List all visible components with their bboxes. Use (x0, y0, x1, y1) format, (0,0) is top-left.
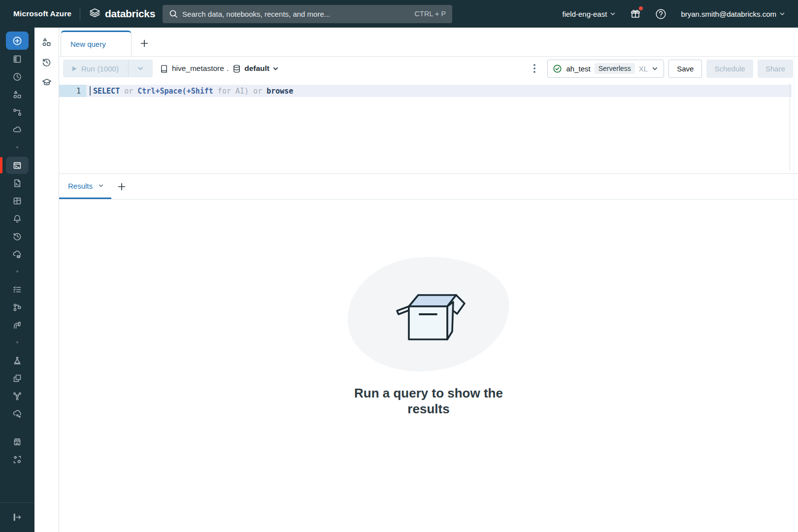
databricks-logo-icon (89, 8, 101, 20)
databricks-wordmark: databricks (105, 8, 155, 20)
sidebar-item-alerts[interactable] (6, 210, 29, 227)
search-input[interactable] (182, 10, 414, 18)
editor-cursor (90, 86, 91, 96)
collapse-sidebar-icon (12, 512, 22, 522)
catalog-name: hive_metastore (172, 64, 224, 73)
chevron-down-icon (779, 11, 785, 17)
plus-icon (117, 182, 126, 191)
sidebar-item-partner-connect[interactable] (6, 451, 29, 468)
code-token: or (249, 87, 266, 96)
chevron-down-icon (610, 11, 616, 17)
code-token: or (120, 87, 137, 96)
chevron-down-icon (652, 66, 658, 72)
tab-results[interactable]: Results (59, 174, 111, 199)
sidebar-item-dashboards[interactable] (6, 192, 29, 209)
plus-icon (140, 39, 149, 48)
catalog-schema-separator: . (227, 64, 229, 73)
warehouse-type-badge: Serverless (595, 63, 635, 74)
sidebar-item-queries[interactable] (6, 174, 29, 192)
chevron-down-icon (98, 183, 104, 189)
sidebar-item-sql-editor[interactable] (6, 157, 29, 174)
jobs-icon (12, 302, 22, 312)
sidebar-item-query-history[interactable] (6, 228, 29, 245)
features-icon (12, 391, 22, 401)
models-icon (12, 373, 22, 383)
user-menu[interactable]: bryan.smith@databricks.com (681, 10, 785, 18)
catalog-schema-selector[interactable]: hive_metastore . default (160, 64, 279, 73)
user-email: bryan.smith@databricks.com (681, 10, 776, 18)
global-search[interactable]: CTRL + P (163, 5, 452, 23)
schema-name: default (244, 64, 269, 73)
search-shortcut: CTRL + P (415, 10, 446, 18)
compute-icon (12, 125, 22, 135)
whats-new-button[interactable] (630, 8, 641, 19)
sql-warehouses-icon (12, 249, 22, 259)
sql-editor-area[interactable]: 1 SELECT or Ctrl+Space(+Shift for AI) or… (59, 80, 798, 174)
sidebar-item-sql-warehouses[interactable] (6, 245, 29, 263)
warehouse-size: XL (639, 65, 648, 73)
new-button[interactable] (6, 32, 29, 50)
workflows-icon (12, 107, 22, 117)
rail-item-education[interactable] (38, 74, 55, 90)
sidebar-item-jobs[interactable] (6, 299, 29, 316)
sidebar-item-pipelines[interactable] (6, 316, 29, 333)
alerts-icon (12, 214, 22, 224)
share-button[interactable]: Share (758, 60, 793, 78)
sidebar-item-workflows[interactable] (6, 103, 29, 121)
schedule-button[interactable]: Schedule (706, 60, 753, 78)
more-options-button[interactable] (529, 61, 540, 76)
notification-dot (639, 6, 643, 10)
tab-label: New query (70, 40, 106, 48)
schema-browser-icon (41, 37, 52, 47)
rail-item-history[interactable] (38, 54, 55, 70)
sidebar-item-models[interactable] (6, 369, 29, 387)
query-history-icon (12, 232, 22, 241)
partner-connect-icon (12, 455, 22, 465)
sidebar-item-recents[interactable] (6, 68, 29, 85)
run-options-button[interactable] (129, 60, 153, 77)
editor-line-content: SELECT or Ctrl+Space(+Shift for AI) or b… (86, 85, 792, 97)
query-tab-bar: New query (59, 28, 798, 57)
experiments-icon (12, 356, 22, 366)
databricks-brand[interactable]: databricks (89, 8, 155, 20)
sidebar-item-compute[interactable] (6, 121, 29, 138)
pipelines-icon (12, 320, 22, 330)
sidebar-item-workspace[interactable] (6, 50, 29, 67)
warehouse-selector[interactable]: ah_test Serverless XL (547, 60, 664, 78)
query-toolbar: Run (1000) hive_metastore . default (59, 57, 798, 80)
save-button[interactable]: Save (668, 60, 702, 78)
sidebar-item-marketplace[interactable] (6, 433, 29, 450)
browse-link[interactable]: browse (266, 87, 293, 96)
new-tab-button[interactable] (140, 31, 149, 56)
warehouse-name: ah_test (566, 65, 590, 73)
catalog-icon (12, 90, 22, 100)
catalog-book-icon (160, 64, 169, 73)
sidebar-item-catalog[interactable] (6, 86, 29, 103)
help-icon (655, 8, 666, 20)
sidebar-item-features[interactable] (6, 387, 29, 404)
search-icon (169, 9, 178, 18)
help-button[interactable] (655, 8, 666, 20)
job-runs-icon (12, 285, 22, 295)
top-bar: Microsoft Azure databricks CTRL + P fiel… (0, 0, 798, 28)
workspace-icon (12, 54, 22, 64)
sidebar-separator-dot (16, 270, 18, 272)
sidebar-separator-dot (16, 146, 18, 148)
sidebar-item-experiments[interactable] (6, 352, 29, 369)
editor-rail (34, 28, 59, 532)
sidebar-item-job-runs[interactable] (6, 281, 29, 298)
editor-line-1[interactable]: 1 SELECT or Ctrl+Space(+Shift for AI) or… (59, 85, 798, 97)
workspace-selector[interactable]: field-eng-east (562, 10, 616, 18)
run-button[interactable]: Run (1000) (63, 60, 128, 77)
check-circle-icon (553, 64, 562, 73)
sidebar-item-serving[interactable] (6, 405, 29, 422)
run-label: Run (81, 65, 95, 73)
main-sidebar (0, 28, 34, 532)
add-results-tab-button[interactable] (117, 174, 126, 199)
rail-item-schema-browser[interactable] (38, 34, 55, 50)
serving-icon (12, 409, 22, 419)
chevron-down-icon (137, 65, 144, 72)
collapse-sidebar-button[interactable] (6, 508, 29, 526)
results-panel: Run a query to show the results (59, 200, 798, 532)
tab-new-query[interactable]: New query (61, 31, 132, 56)
